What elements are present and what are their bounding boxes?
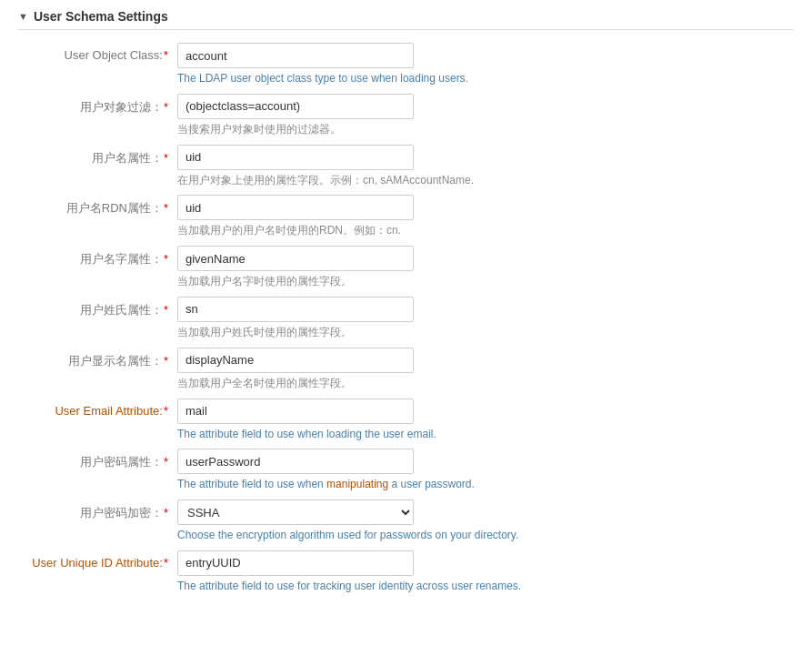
label-password-attr: 用户密码属性：* [18,449,177,470]
label-username-rdn-attr: 用户名RDN属性：* [18,195,177,217]
required-star: * [164,404,168,418]
content-username-rdn-attr: 当加载用户的用户名时使用的RDN。例如：cn. [177,195,541,238]
content-email-attr: The attribute field to use when loading … [177,399,541,442]
input-lastname-attr[interactable] [177,297,414,322]
input-firstname-attr[interactable] [177,246,414,271]
hint-username-attr: 在用户对象上使用的属性字段。示例：cn, sAMAccountName. [177,173,541,188]
label-firstname-attr: 用户名字属性：* [18,246,177,267]
input-display-name-attr[interactable] [177,348,414,373]
required-star: * [164,303,168,317]
content-unique-id-attr: The attribute field to use for tracking … [177,550,541,594]
label-user-object-filter: 用户对象过滤：* [18,94,177,116]
hint-highlight-word: manipulating [326,478,388,490]
form-row-user-object-filter: 用户对象过滤：*当搜索用户对象时使用的过滤器。 [18,94,794,137]
content-username-attr: 在用户对象上使用的属性字段。示例：cn, sAMAccountName. [177,145,541,188]
content-password-encrypt: SSHASHAMD5SMD5CRYPTplainChoose the encry… [177,500,541,543]
form-row-username-rdn-attr: 用户名RDN属性：*当加载用户的用户名时使用的RDN。例如：cn. [18,195,794,238]
form-row-email-attr: User Email Attribute:*The attribute fiel… [18,399,794,442]
hint-user-object-class: The LDAP user object class type to use w… [177,71,541,86]
required-star: * [164,556,168,570]
content-password-attr: The attribute field to use when manipula… [177,449,541,492]
form-row-display-name-attr: 用户显示名属性：*当加载用户全名时使用的属性字段。 [18,348,794,391]
select-password-encrypt[interactable]: SSHASHAMD5SMD5CRYPTplain [177,500,414,525]
input-user-object-filter[interactable] [177,94,414,119]
label-display-name-attr: 用户显示名属性：* [18,348,177,369]
hint-user-object-filter: 当搜索用户对象时使用的过滤器。 [177,122,541,137]
hint-lastname-attr: 当加载用户姓氏时使用的属性字段。 [177,325,541,340]
hint-unique-id-attr: The attribute field to use for tracking … [177,579,541,594]
form-row-firstname-attr: 用户名字属性：*当加载用户名字时使用的属性字段。 [18,246,794,289]
required-star: * [164,354,168,368]
label-email-attr: User Email Attribute:* [18,399,177,418]
input-username-attr[interactable] [177,145,414,170]
hint-password-encrypt: Choose the encryption algorithm used for… [177,528,541,543]
content-lastname-attr: 当加载用户姓氏时使用的属性字段。 [177,297,541,340]
label-unique-id-attr: User Unique ID Attribute:* [18,550,177,570]
input-email-attr[interactable] [177,399,414,424]
hint-username-rdn-attr: 当加载用户的用户名时使用的RDN。例如：cn. [177,223,541,238]
required-star: * [164,455,168,469]
form-row-user-object-class: User Object Class:*The LDAP user object … [18,43,794,86]
label-password-encrypt: 用户密码加密：* [18,500,177,521]
hint-firstname-attr: 当加载用户名字时使用的属性字段。 [177,274,541,289]
form-row-password-attr: 用户密码属性：*The attribute field to use when … [18,449,794,492]
label-username-attr: 用户名属性：* [18,145,177,166]
required-star: * [164,151,168,165]
form-row-unique-id-attr: User Unique ID Attribute:*The attribute … [18,550,794,594]
label-user-object-class: User Object Class:* [18,43,177,62]
required-star: * [164,506,168,520]
content-user-object-filter: 当搜索用户对象时使用的过滤器。 [177,94,541,137]
input-unique-id-attr[interactable] [177,550,414,576]
required-star: * [164,201,168,215]
hint-password-attr: The attribute field to use when manipula… [177,477,541,492]
label-lastname-attr: 用户姓氏属性：* [18,297,177,318]
chevron-icon: ▼ [18,11,28,22]
hint-email-attr: The attribute field to use when loading … [177,427,541,442]
input-username-rdn-attr[interactable] [177,195,414,220]
input-password-attr[interactable] [177,449,414,474]
input-user-object-class[interactable] [177,43,414,68]
required-star: * [164,100,168,114]
hint-display-name-attr: 当加载用户全名时使用的属性字段。 [177,376,541,391]
section-title: User Schema Settings [34,9,168,24]
required-star: * [164,252,168,266]
content-display-name-attr: 当加载用户全名时使用的属性字段。 [177,348,541,391]
form-row-password-encrypt: 用户密码加密：*SSHASHAMD5SMD5CRYPTplainChoose t… [18,500,794,543]
form-row-lastname-attr: 用户姓氏属性：*当加载用户姓氏时使用的属性字段。 [18,297,794,340]
content-firstname-attr: 当加载用户名字时使用的属性字段。 [177,246,541,289]
required-star: * [164,48,168,62]
form-row-username-attr: 用户名属性：*在用户对象上使用的属性字段。示例：cn, sAMAccountNa… [18,145,794,188]
form-container: User Object Class:*The LDAP user object … [18,43,794,594]
content-user-object-class: The LDAP user object class type to use w… [177,43,541,86]
section-header: ▼ User Schema Settings [18,9,794,30]
